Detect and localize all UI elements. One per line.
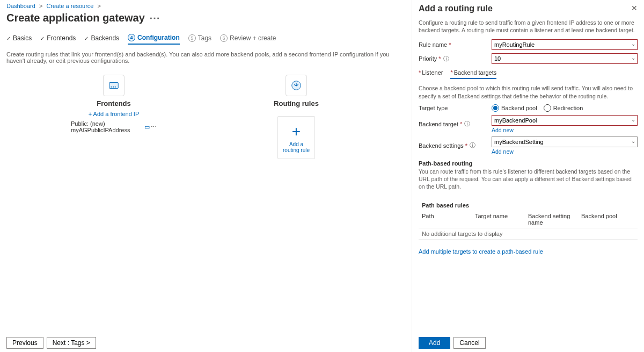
path-routing-desc: You can route traffic from this rule's l…: [419, 168, 638, 191]
rule-name-input[interactable]: [492, 39, 638, 50]
table-header-row: Path Target name Backend setting name Ba…: [419, 211, 638, 228]
routing-heading: Routing rules: [274, 99, 319, 107]
col-setting: Backend setting name: [528, 213, 581, 226]
step-tags[interactable]: 5Tags: [188, 34, 211, 45]
info-icon[interactable]: ⓘ: [464, 120, 470, 128]
backend-target-select[interactable]: [492, 115, 638, 126]
path-rules-table: Path based rules Path Target name Backen…: [419, 200, 638, 240]
check-icon: ✓: [40, 35, 45, 41]
step-configuration[interactable]: 4Configuration: [128, 34, 180, 45]
blade-desc: Configure a routing rule to send traffic…: [419, 19, 638, 34]
breadcrumb: Dashboard > Create a resource >: [6, 3, 405, 11]
priority-label: Priority: [419, 55, 441, 62]
target-type-label: Target type: [419, 105, 488, 111]
plus-icon: +: [292, 124, 301, 139]
add-frontend-link[interactable]: + Add a frontend IP: [89, 111, 140, 117]
more-ip-icon[interactable]: ⋯: [151, 124, 157, 131]
step-basics[interactable]: ✓Basics: [6, 34, 32, 45]
next-button[interactable]: Next : Tags >: [47, 337, 96, 349]
table-caption: Path based rules: [419, 200, 638, 211]
helper-text: Create routing rules that link your fron…: [6, 51, 405, 64]
info-icon[interactable]: ⓘ: [443, 55, 449, 63]
col-pool: Backend pool: [581, 213, 634, 226]
tab-backend-targets[interactable]: *Backend targets: [450, 69, 496, 79]
svg-rect-3: [115, 87, 116, 88]
edit-ip-icon[interactable]: ▭: [144, 124, 150, 131]
radio-redirection[interactable]: Redirection: [544, 104, 583, 112]
backend-settings-label: Backend settings: [419, 142, 467, 149]
step-review[interactable]: 6Review + create: [220, 34, 276, 45]
col-path: Path: [422, 213, 475, 226]
backend-target-label: Backend target: [419, 121, 462, 127]
check-icon: ✓: [84, 35, 89, 41]
breadcrumb-create-resource[interactable]: Create a resource: [46, 3, 93, 9]
priority-input[interactable]: [492, 53, 638, 64]
frontend-ip-row: Public: (new) myAGPublicIPAddress ▭ ⋯: [71, 120, 157, 133]
table-empty: No additional targets to display: [419, 228, 638, 240]
step-tabs: ✓Basics ✓Frontends ✓Backends 4Configurat…: [6, 34, 405, 45]
add-button[interactable]: Add: [419, 337, 450, 349]
frontends-tile-icon: [103, 75, 125, 96]
tab-listener[interactable]: *Listener: [419, 69, 443, 79]
backend-settings-select[interactable]: [492, 137, 638, 147]
path-routing-heading: Path-based routing: [419, 160, 638, 167]
radio-backend-pool[interactable]: Backend pool: [492, 104, 537, 112]
info-icon[interactable]: ⓘ: [470, 141, 475, 149]
col-target: Target name: [475, 213, 528, 226]
check-icon: ✓: [6, 35, 11, 41]
page-title: Create application gateway ⋯: [6, 11, 405, 24]
rule-name-label: Rule name: [419, 41, 451, 48]
routing-tile-icon: [286, 75, 307, 96]
blade-title: Add a routing rule: [419, 4, 493, 13]
frontend-ip-label: Public: (new) myAGPublicIPAddress: [71, 120, 141, 133]
add-new-backend-settings[interactable]: Add new: [492, 148, 638, 155]
svg-rect-2: [113, 87, 114, 88]
frontends-heading: Frontends: [97, 99, 131, 107]
svg-rect-0: [109, 83, 119, 89]
step-frontends[interactable]: ✓Frontends: [40, 34, 76, 45]
previous-button[interactable]: Previous: [6, 337, 43, 349]
add-routing-rule-card[interactable]: + Add a routing rule: [277, 116, 315, 159]
add-new-backend-target[interactable]: Add new: [492, 127, 638, 133]
more-actions-icon[interactable]: ⋯: [149, 11, 160, 24]
step-backends[interactable]: ✓Backends: [84, 34, 119, 45]
backend-desc: Choose a backend pool to which this rout…: [419, 84, 638, 99]
svg-rect-1: [111, 87, 112, 88]
add-routing-rule-label: Add a routing rule: [282, 141, 310, 153]
close-icon[interactable]: ✕: [631, 4, 638, 12]
add-multiple-targets-link[interactable]: Add multiple targets to create a path-ba…: [419, 248, 638, 255]
breadcrumb-dashboard[interactable]: Dashboard: [6, 3, 35, 9]
cancel-button[interactable]: Cancel: [453, 337, 485, 349]
